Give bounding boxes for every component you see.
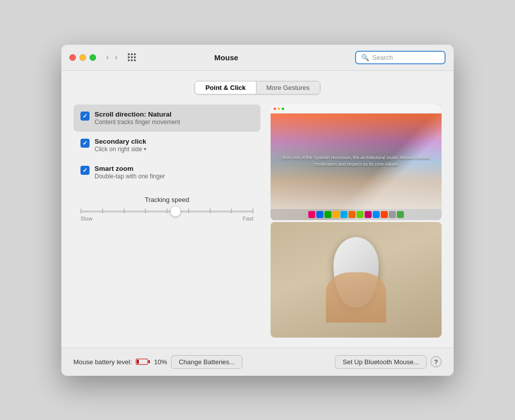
right-panel: Born out of the Spanish recession, the a… — [271, 104, 442, 338]
secondary-click-subtitle[interactable]: Click on right side ▾ — [95, 146, 146, 153]
slow-label: Slow — [80, 216, 93, 222]
smart-zoom-text: Smart zoom Double-tap with one finger — [95, 165, 165, 180]
tracking-speed-label: Tracking speed — [80, 196, 253, 203]
tab-bar: Point & Click More Gestures — [73, 81, 442, 94]
tab-point-click[interactable]: Point & Click — [195, 81, 256, 94]
bluetooth-mouse-button[interactable]: Set Up Bluetooth Mouse... — [335, 355, 426, 369]
maximize-button[interactable] — [90, 54, 96, 61]
browser-bar — [271, 104, 442, 114]
chevron-down-icon: ▾ — [144, 146, 146, 152]
browser-image-simulation: Born out of the Spanish recession, the a… — [271, 114, 442, 209]
tracking-speed-slider-thumb[interactable] — [170, 206, 181, 217]
help-button[interactable]: ? — [431, 356, 442, 367]
dock-simulation — [271, 209, 442, 220]
battery-fill — [137, 360, 139, 364]
smart-zoom-title: Smart zoom — [95, 165, 165, 172]
minimize-button[interactable] — [79, 54, 86, 61]
slider-labels: Slow Fast — [80, 216, 253, 222]
browser-close-dot — [274, 108, 276, 110]
browser-minimize-dot — [278, 108, 280, 110]
secondary-click-row: Secondary click Click on right side ▾ — [73, 132, 261, 159]
hand-simulation — [326, 272, 386, 323]
battery-label: Mouse battery level: — [73, 358, 132, 366]
scroll-direction-checkbox[interactable] — [80, 112, 90, 121]
battery-tip — [148, 360, 150, 363]
battery-icon — [136, 359, 150, 365]
search-box[interactable]: 🔍 Search — [355, 51, 446, 64]
secondary-click-title: Secondary click — [95, 138, 146, 145]
battery-body — [136, 359, 148, 365]
search-placeholder: Search — [372, 54, 440, 61]
titlebar: ‹ › Mouse 🔍 Search — [61, 45, 454, 71]
content-area: Point & Click More Gestures Scroll direc… — [61, 71, 454, 348]
search-icon: 🔍 — [361, 54, 369, 61]
tracking-section: Tracking speed — [73, 196, 261, 222]
tab-group: Point & Click More Gestures — [195, 81, 320, 94]
browser-content: Born out of the Spanish recession, the a… — [271, 114, 442, 209]
scroll-direction-row: Scroll direction: Natural Content tracks… — [73, 104, 261, 132]
browser-mockup: Born out of the Spanish recession, the a… — [271, 104, 442, 220]
traffic-lights — [69, 54, 96, 61]
tracking-slider-container — [80, 211, 253, 213]
change-batteries-button[interactable]: Change Batteries... — [171, 355, 242, 369]
slider-track — [80, 211, 253, 213]
bottom-bar: Mouse battery level: 10% Change Batterie… — [61, 348, 454, 376]
secondary-click-checkbox[interactable] — [80, 139, 90, 148]
secondary-click-text: Secondary click Click on right side ▾ — [95, 138, 146, 153]
smart-zoom-row: Smart zoom Double-tap with one finger — [73, 159, 261, 186]
browser-maximize-dot — [282, 108, 284, 110]
main-window: ‹ › Mouse 🔍 Search Point & Click More Ge… — [61, 45, 454, 376]
battery-section: Mouse battery level: 10% Change Batterie… — [73, 355, 242, 369]
main-content: Scroll direction: Natural Content tracks… — [73, 104, 442, 338]
slider-ticks — [80, 208, 253, 214]
left-panel: Scroll direction: Natural Content tracks… — [73, 104, 261, 338]
smart-zoom-subtitle: Double-tap with one finger — [95, 173, 165, 180]
browser-overlay-text: Born out of the Spanish recession, the a… — [271, 151, 442, 171]
mouse-preview — [271, 222, 442, 338]
fast-label: Fast — [243, 216, 253, 222]
window-title: Mouse — [104, 53, 349, 62]
close-button[interactable] — [69, 54, 76, 61]
scroll-direction-text: Scroll direction: Natural Content tracks… — [95, 111, 180, 126]
right-actions: Set Up Bluetooth Mouse... ? — [335, 355, 442, 369]
browser-preview: Born out of the Spanish recession, the a… — [271, 104, 442, 220]
smart-zoom-checkbox[interactable] — [80, 166, 90, 175]
scroll-direction-title: Scroll direction: Natural — [95, 111, 180, 118]
battery-percent: 10% — [154, 358, 167, 366]
tab-more-gestures[interactable]: More Gestures — [256, 81, 320, 94]
scroll-direction-subtitle: Content tracks finger movement — [95, 119, 180, 126]
mouse-image — [323, 237, 389, 323]
